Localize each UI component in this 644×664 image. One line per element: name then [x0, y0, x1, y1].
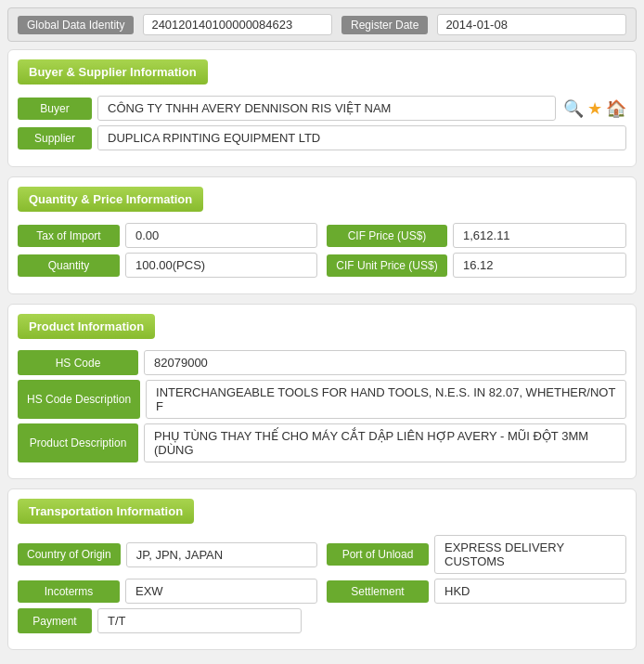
port-of-unload-label: Port of Unload: [327, 543, 429, 566]
quantity-value: 100.00(PCS): [125, 253, 317, 278]
cif-price-label: CIF Price (US$): [327, 225, 447, 247]
register-date-value: 2014-01-08: [437, 14, 626, 35]
cif-unit-price-label: CIF Unit Price (US$): [327, 254, 447, 277]
buyer-value: CÔNG TY TNHH AVERY DENNISON RIS VIỆT NAM: [97, 96, 556, 121]
supplier-row: Supplier DUPLICA RPINTING EQUIPMENT LTD: [18, 125, 626, 150]
payment-value: T/T: [97, 608, 302, 633]
port-of-unload-value: EXPRESS DELIVERY CUSTOMS: [434, 535, 626, 574]
quantity-price-header: Quantity & Price Information: [18, 187, 203, 212]
product-desc-value: PHỤ TÙNG THAY THẾ CHO MÁY CẮT DẬP LIÊN H…: [144, 423, 626, 462]
payment-label: Payment: [18, 608, 92, 633]
settlement-value: HKD: [434, 579, 626, 604]
buyer-supplier-header: Buyer & Supplier Information: [18, 59, 208, 85]
home-icon[interactable]: 🏠: [606, 98, 626, 119]
incoterms-label: Incoterms: [18, 580, 120, 603]
incoterms-value: EXW: [125, 579, 317, 604]
buyer-label: Buyer: [18, 98, 92, 120]
supplier-label: Supplier: [18, 127, 92, 150]
country-port-row: Country of Origin JP, JPN, JAPAN Port of…: [18, 535, 626, 574]
country-of-origin-label: Country of Origin: [18, 543, 121, 566]
product-info-header: Product Information: [18, 314, 155, 339]
tax-cif-row: Tax of Import 0.00 CIF Price (US$) 1,612…: [18, 223, 626, 248]
top-bar: Global Data Identity 2401201401000000846…: [7, 7, 637, 42]
product-desc-label: Product Description: [18, 423, 138, 462]
global-data-identity-value: 240120140100000084623: [143, 14, 332, 35]
cif-price-value: 1,612.11: [453, 223, 626, 248]
incoterms-settlement-row: Incoterms EXW Settlement HKD: [18, 579, 626, 604]
hs-code-value: 82079000: [144, 350, 626, 375]
country-of-origin-value: JP, JPN, JAPAN: [126, 542, 317, 567]
supplier-value: DUPLICA RPINTING EQUIPMENT LTD: [97, 125, 626, 150]
hs-code-label: HS Code: [18, 350, 138, 375]
hs-code-row: HS Code 82079000: [18, 350, 626, 375]
product-desc-row: Product Description PHỤ TÙNG THAY THẾ CH…: [18, 423, 626, 462]
quantity-price-section: Quantity & Price Information Tax of Impo…: [7, 176, 637, 294]
buyer-row: Buyer CÔNG TY TNHH AVERY DENNISON RIS VI…: [18, 96, 626, 121]
quantity-label: Quantity: [18, 254, 120, 277]
hs-code-desc-value: INTERCHANGEABLE TOOLS FOR HAND TOOLS, N.…: [146, 380, 626, 419]
tax-import-value: 0.00: [125, 223, 317, 248]
buyer-supplier-section: Buyer & Supplier Information Buyer CÔNG …: [7, 49, 637, 167]
footer: Vietnam Border Trade Import Data 1 / 1 2…: [7, 659, 637, 664]
quantity-cif-unit-row: Quantity 100.00(PCS) CIF Unit Price (US$…: [18, 253, 626, 278]
register-date-label: Register Date: [341, 16, 428, 34]
transportation-header: Transportation Information: [18, 499, 194, 524]
search-icon[interactable]: 🔍: [563, 98, 584, 119]
product-info-section: Product Information HS Code 82079000 HS …: [7, 304, 637, 479]
payment-row: Payment T/T: [18, 608, 626, 633]
global-data-identity-label: Global Data Identity: [18, 16, 134, 34]
transportation-section: Transportation Information Country of Or…: [7, 488, 637, 650]
settlement-label: Settlement: [327, 580, 429, 603]
cif-unit-price-value: 16.12: [453, 253, 626, 278]
star-icon[interactable]: ★: [587, 98, 602, 119]
hs-code-desc-row: HS Code Description INTERCHANGEABLE TOOL…: [18, 380, 626, 419]
hs-code-desc-label: HS Code Description: [18, 380, 140, 419]
tax-import-label: Tax of Import: [18, 225, 120, 247]
